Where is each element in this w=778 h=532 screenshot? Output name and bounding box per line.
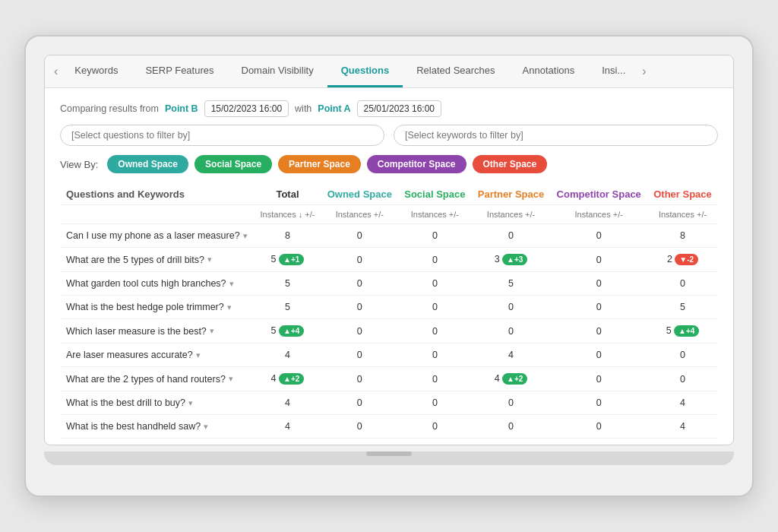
social-cell: 0 xyxy=(398,367,472,391)
keywords-filter-input[interactable] xyxy=(394,125,718,146)
total-cell: 8 xyxy=(254,224,321,248)
total-cell: 5 xyxy=(254,296,321,319)
partner-cell: 4 xyxy=(472,344,551,367)
table-row: What are the 2 types of hand routers? ▾ … xyxy=(60,367,718,391)
other-cell: 5 xyxy=(647,296,718,319)
tab-domain-visibility[interactable]: Domain Visibility xyxy=(228,55,327,87)
compare-prefix: Comparing results from xyxy=(60,103,159,114)
total-cell: 4 ▲+2 xyxy=(254,367,321,391)
question-cell[interactable]: What is the best hedge pole trimmer? ▾ xyxy=(60,296,254,319)
partner-cell: 0 xyxy=(472,296,551,319)
competitor-cell: 0 xyxy=(550,391,647,415)
questions-filter-input[interactable] xyxy=(60,125,384,146)
sub-header-questions xyxy=(60,205,254,224)
question-cell[interactable]: What is the best drill to buy? ▾ xyxy=(60,391,254,415)
social-cell: 0 xyxy=(398,248,472,272)
other-cell: 2 ▼-2 xyxy=(647,248,718,272)
chevron-down-icon: ▾ xyxy=(188,398,193,408)
table-row: Are laser measures accurate? ▾ 4 0 0 4 0… xyxy=(60,344,718,367)
view-by-row: View By: Owned Space Social Space Partne… xyxy=(60,155,718,173)
total-cell: 5 ▲+4 xyxy=(254,319,321,344)
competitor-cell: 0 xyxy=(550,224,647,248)
social-cell: 0 xyxy=(398,319,472,344)
social-cell: 0 xyxy=(398,296,472,319)
with-label: with xyxy=(295,103,312,114)
col-header-partner: Partner Space xyxy=(472,184,551,205)
question-text: What are the 5 types of drill bits? xyxy=(66,255,204,265)
competitor-cell: 0 xyxy=(550,344,647,367)
partner-cell: 0 xyxy=(472,319,551,344)
tab-insights[interactable]: Insi... xyxy=(588,55,639,87)
total-cell: 5 xyxy=(254,272,321,296)
sub-header-partner: Instances +/- xyxy=(472,205,551,224)
point-a-label: Point A xyxy=(318,103,350,114)
question-cell[interactable]: What are the 5 types of drill bits? ▾ xyxy=(60,248,254,272)
point-a-date: 25/01/2023 16:00 xyxy=(357,100,441,117)
tab-related-searches[interactable]: Related Searches xyxy=(403,55,508,87)
social-cell: 0 xyxy=(398,344,472,367)
change-badge: ▲+1 xyxy=(279,254,304,265)
social-cell: 0 xyxy=(398,391,472,415)
prev-tab-button[interactable]: ‹ xyxy=(51,65,61,78)
partner-cell: 5 xyxy=(472,272,551,296)
col-header-total: Total xyxy=(254,184,321,205)
point-b-date: 15/02/2023 16:00 xyxy=(204,100,289,117)
other-cell: 5 ▲+4 xyxy=(647,319,718,344)
tabs-bar: ‹ Keywords SERP Features Domain Visibili… xyxy=(45,55,733,88)
social-space-button[interactable]: Social Space xyxy=(194,155,272,173)
question-text: Can I use my phone as a laser measure? xyxy=(66,230,240,241)
owned-cell: 0 xyxy=(321,296,399,319)
point-b-label: Point B xyxy=(165,103,198,114)
total-cell: 4 xyxy=(254,344,321,367)
sub-header-total: Instances ↓ +/- xyxy=(254,205,321,224)
table-row: What is the best hedge pole trimmer? ▾ 5… xyxy=(60,296,718,319)
total-cell: 4 xyxy=(254,415,321,439)
owned-space-button[interactable]: Owned Space xyxy=(107,155,188,173)
table-row: What is the best drill to buy? ▾ 4 0 0 0… xyxy=(60,391,718,415)
tab-annotations[interactable]: Annotations xyxy=(509,55,589,87)
question-cell[interactable]: Can I use my phone as a laser measure? ▾ xyxy=(60,224,254,248)
question-text: What is the best drill to buy? xyxy=(66,397,185,408)
competitor-cell: 0 xyxy=(550,296,647,319)
owned-cell: 0 xyxy=(321,415,399,439)
competitor-space-button[interactable]: Competitor Space xyxy=(367,155,466,173)
competitor-cell: 0 xyxy=(550,272,647,296)
owned-cell: 0 xyxy=(321,319,399,344)
total-cell: 5 ▲+1 xyxy=(254,248,321,272)
partner-space-button[interactable]: Partner Space xyxy=(278,155,361,173)
other-cell: 4 xyxy=(647,415,718,439)
other-cell: 0 xyxy=(647,344,718,367)
col-header-social: Social Space xyxy=(398,184,472,205)
change-badge: ▲+4 xyxy=(674,325,699,337)
other-space-button[interactable]: Other Space xyxy=(473,155,548,173)
col-header-other: Other Space xyxy=(647,184,718,205)
question-text: What is the best hedge pole trimmer? xyxy=(66,302,224,312)
other-cell: 0 xyxy=(647,367,718,391)
total-cell: 4 xyxy=(254,391,321,415)
partner-cell: 4 ▲+2 xyxy=(472,367,551,391)
question-cell[interactable]: Which laser measure is the best? ▾ xyxy=(60,319,254,344)
owned-cell: 0 xyxy=(321,344,399,367)
question-cell[interactable]: What garden tool cuts high branches? ▾ xyxy=(60,272,254,296)
table-row: What is the best handheld saw? ▾ 4 0 0 0… xyxy=(60,415,718,439)
sub-header-other: Instances +/- xyxy=(647,205,718,224)
partner-cell: 3 ▲+3 xyxy=(472,248,551,272)
main-content: Comparing results from Point B 15/02/202… xyxy=(45,88,733,445)
question-text: Are laser measures accurate? xyxy=(66,350,193,360)
other-cell: 4 xyxy=(647,391,718,415)
question-cell[interactable]: What are the 2 types of hand routers? ▾ xyxy=(60,367,254,391)
next-tab-button[interactable]: › xyxy=(639,65,649,78)
question-cell[interactable]: Are laser measures accurate? ▾ xyxy=(60,344,254,367)
owned-cell: 0 xyxy=(321,224,399,248)
change-badge: ▲+2 xyxy=(279,373,304,385)
tab-serp-features[interactable]: SERP Features xyxy=(131,55,227,87)
tab-questions[interactable]: Questions xyxy=(327,55,403,87)
chevron-down-icon: ▾ xyxy=(207,255,212,264)
question-cell[interactable]: What is the best handheld saw? ▾ xyxy=(60,415,254,439)
competitor-cell: 0 xyxy=(550,367,647,391)
chevron-down-icon: ▾ xyxy=(243,231,248,241)
question-text: What are the 2 types of hand routers? xyxy=(66,374,226,385)
tab-keywords[interactable]: Keywords xyxy=(61,55,131,87)
chevron-down-icon: ▾ xyxy=(229,374,233,384)
competitor-cell: 0 xyxy=(550,319,647,344)
